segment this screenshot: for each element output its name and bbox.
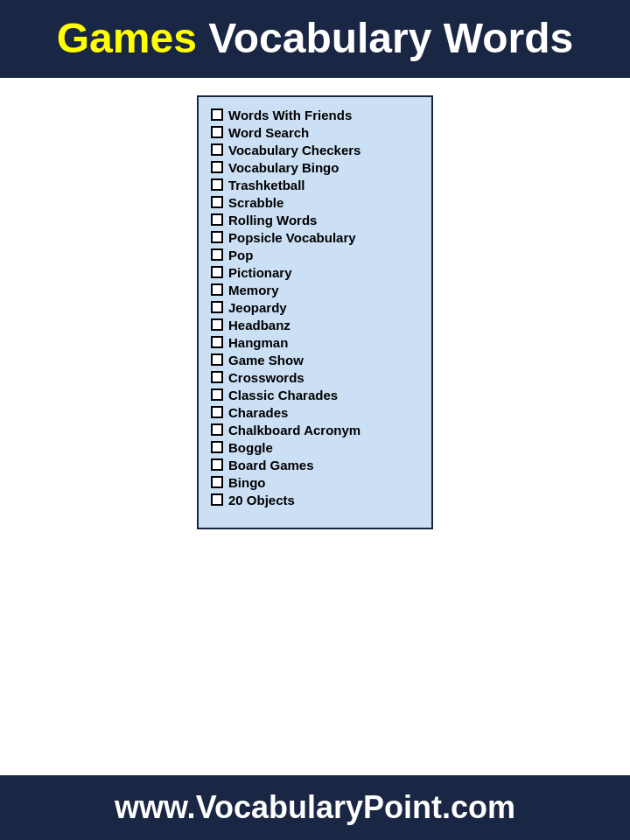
checkbox-icon xyxy=(211,161,223,173)
list-item: Game Show xyxy=(211,353,416,368)
list-item: Pop xyxy=(211,248,416,262)
checkbox-icon xyxy=(211,108,223,121)
checkbox-icon xyxy=(211,406,223,418)
checkbox-icon xyxy=(211,494,223,506)
list-item-label: Pictionary xyxy=(228,265,292,280)
list-item-label: Vocabulary Checkers xyxy=(228,143,360,158)
page-header: Games Vocabulary Words xyxy=(0,0,630,78)
list-item-label: Scrabble xyxy=(228,195,284,210)
list-item: Classic Charades xyxy=(211,388,416,402)
checkbox-icon xyxy=(211,476,223,488)
checkbox-icon xyxy=(211,458,223,471)
list-item: Jeopardy xyxy=(211,300,416,315)
list-item-label: Pop xyxy=(228,248,253,262)
list-item-label: Hangman xyxy=(228,335,288,350)
page-footer: www.VocabularyPoint.com xyxy=(0,775,630,840)
list-item-label: Trashketball xyxy=(228,178,305,192)
list-item-label: Board Games xyxy=(228,458,314,472)
list-item: Scrabble xyxy=(211,195,416,210)
checkbox-icon xyxy=(211,248,223,261)
list-item-label: Game Show xyxy=(228,353,304,368)
list-item: Board Games xyxy=(211,458,416,472)
list-item-label: Words With Friends xyxy=(228,108,352,122)
footer-url: www.VocabularyPoint.com xyxy=(115,789,515,825)
checkbox-icon xyxy=(211,196,223,208)
checkbox-icon xyxy=(211,301,223,313)
list-item-label: Headbanz xyxy=(228,318,290,332)
list-item-label: Chalkboard Acronym xyxy=(228,423,360,438)
checkbox-icon xyxy=(211,318,223,331)
checkbox-icon xyxy=(211,336,223,348)
checkbox-icon xyxy=(211,284,223,296)
list-item: Hangman xyxy=(211,335,416,350)
checkbox-icon xyxy=(211,144,223,156)
checkbox-icon xyxy=(211,214,223,226)
list-item-label: Word Search xyxy=(228,125,309,140)
list-item: Rolling Words xyxy=(211,213,416,228)
list-item: Trashketball xyxy=(211,178,416,192)
checkbox-icon xyxy=(211,266,223,278)
list-item: Crosswords xyxy=(211,370,416,385)
checkbox-icon xyxy=(211,231,223,243)
list-item: Bingo xyxy=(211,475,416,490)
main-content: Words With FriendsWord SearchVocabulary … xyxy=(0,78,630,775)
list-item: Charades xyxy=(211,405,416,420)
list-item-label: Boggle xyxy=(228,440,273,455)
list-item: Words With Friends xyxy=(211,108,416,122)
list-item: Word Search xyxy=(211,125,416,140)
checkbox-icon xyxy=(211,371,223,383)
list-item-label: Memory xyxy=(228,283,279,298)
title-games: Games xyxy=(57,15,197,61)
checkbox-icon xyxy=(211,441,223,453)
list-item: Popsicle Vocabulary xyxy=(211,230,416,245)
title-rest: Vocabulary Words xyxy=(197,15,573,61)
list-item: 20 Objects xyxy=(211,493,416,508)
list-item: Pictionary xyxy=(211,265,416,280)
list-item-label: Crosswords xyxy=(228,370,304,385)
list-item: Headbanz xyxy=(211,318,416,332)
list-item: Vocabulary Bingo xyxy=(211,160,416,175)
list-item-label: Charades xyxy=(228,405,288,420)
vocabulary-list: Words With FriendsWord SearchVocabulary … xyxy=(197,95,433,529)
checkbox-icon xyxy=(211,126,223,138)
list-item-label: Vocabulary Bingo xyxy=(228,160,339,175)
list-item: Vocabulary Checkers xyxy=(211,143,416,158)
list-item-label: 20 Objects xyxy=(228,493,295,508)
checkbox-icon xyxy=(211,354,223,366)
list-item: Memory xyxy=(211,283,416,298)
list-item-label: Rolling Words xyxy=(228,213,317,228)
list-item-label: Bingo xyxy=(228,475,266,490)
list-item-label: Classic Charades xyxy=(228,388,338,402)
checkbox-icon xyxy=(211,388,223,401)
checkbox-icon xyxy=(211,424,223,436)
checkbox-icon xyxy=(211,178,223,191)
list-item-label: Popsicle Vocabulary xyxy=(228,230,356,245)
list-item: Boggle xyxy=(211,440,416,455)
list-item-label: Jeopardy xyxy=(228,300,287,315)
list-item: Chalkboard Acronym xyxy=(211,423,416,438)
